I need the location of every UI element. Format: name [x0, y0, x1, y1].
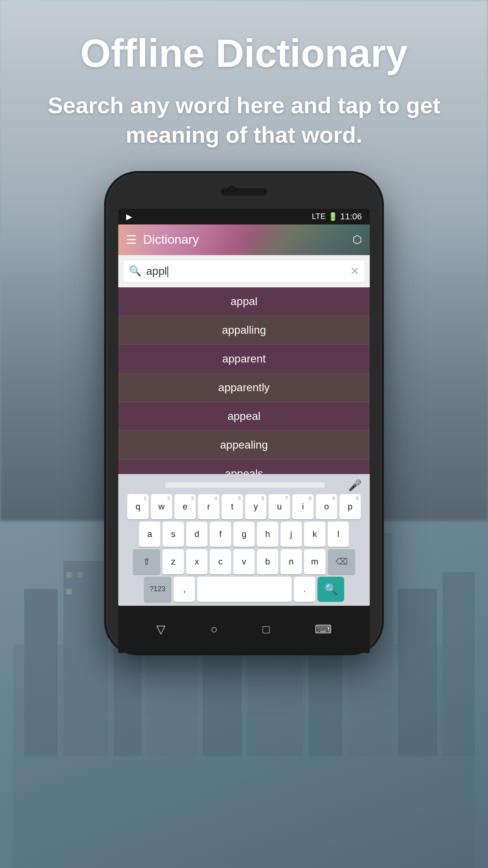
hero-section: Offline Dictionary Search any word here …: [0, 31, 488, 150]
key-w[interactable]: 2w: [151, 494, 172, 519]
key-v[interactable]: v: [233, 549, 255, 574]
phone-nav-bar: ▽ ○ □ ⌨: [118, 606, 370, 653]
key-s[interactable]: s: [163, 522, 184, 547]
key-b[interactable]: b: [257, 549, 278, 574]
back-button[interactable]: ▽: [156, 622, 165, 636]
search-keyboard-button[interactable]: 🔍: [317, 577, 344, 602]
key-x[interactable]: x: [186, 549, 207, 574]
key-y[interactable]: 6y: [245, 494, 266, 519]
key-c[interactable]: c: [210, 549, 231, 574]
key-u[interactable]: 7u: [269, 494, 290, 519]
key-e[interactable]: 3e: [174, 494, 196, 519]
text-cursor: [167, 266, 168, 277]
key-g[interactable]: g: [233, 522, 255, 547]
key-z[interactable]: z: [163, 549, 184, 574]
key-q[interactable]: 1q: [127, 494, 149, 519]
phone-speaker: [220, 188, 268, 195]
period-key[interactable]: .: [294, 577, 315, 602]
keyboard-switch-button[interactable]: ⌨: [315, 622, 332, 636]
suggestions-list: appal appalling apparent apparently appe…: [118, 287, 370, 488]
shift-key[interactable]: ⇧: [133, 549, 160, 574]
key-p[interactable]: 0p: [339, 494, 361, 519]
hero-title: Offline Dictionary: [24, 31, 464, 75]
content-wrapper: Offline Dictionary Search any word here …: [0, 0, 488, 868]
key-j[interactable]: j: [281, 522, 302, 547]
search-icon: 🔍: [129, 265, 141, 277]
status-right: LTE 🔋 11:06: [312, 211, 362, 222]
key-h[interactable]: h: [257, 522, 278, 547]
mic-icon[interactable]: 🎤: [348, 479, 362, 492]
keyboard: 🎤 1q 2w 3e 4r 5t 6y 7u 8i 9o 0p a: [118, 474, 370, 606]
recent-apps-button[interactable]: □: [262, 623, 270, 636]
keyboard-top-bar: 🎤: [120, 477, 368, 494]
key-a[interactable]: a: [139, 522, 160, 547]
key-k[interactable]: k: [304, 522, 325, 547]
keyboard-row-2: a s d f g h j k l: [120, 522, 368, 547]
keyboard-bottom-row: ?123 , . 🔍: [120, 577, 368, 602]
phone-screen: ▶ LTE 🔋 11:06 ☰ Dictionary ⬡ 🔍 appl ✕: [118, 209, 370, 606]
search-bar[interactable]: 🔍 appl ✕: [123, 260, 365, 283]
clear-button[interactable]: ✕: [350, 265, 359, 278]
suggestion-item[interactable]: appalling: [118, 316, 370, 345]
keyboard-row-3: ⇧ z x c v b n m ⌫: [120, 549, 368, 574]
home-button[interactable]: ○: [211, 623, 218, 636]
menu-icon[interactable]: ☰: [126, 233, 137, 246]
status-bar: ▶ LTE 🔋 11:06: [118, 209, 370, 224]
suggestion-item[interactable]: apparent: [118, 345, 370, 373]
key-r[interactable]: 4r: [198, 494, 219, 519]
symbols-key[interactable]: ?123: [144, 577, 171, 602]
signal-icon: LTE: [312, 212, 326, 221]
keyboard-spacer: [165, 482, 325, 488]
phone-mockup: ▶ LTE 🔋 11:06 ☰ Dictionary ⬡ 🔍 appl ✕: [106, 173, 382, 653]
status-play-icon: ▶: [126, 212, 132, 221]
key-i[interactable]: 8i: [292, 494, 314, 519]
key-l[interactable]: l: [328, 522, 349, 547]
status-time: 11:06: [340, 211, 362, 222]
share-icon[interactable]: ⬡: [352, 233, 362, 246]
search-input[interactable]: appl: [146, 265, 350, 278]
key-t[interactable]: 5t: [222, 494, 243, 519]
key-o[interactable]: 9o: [316, 494, 337, 519]
space-key[interactable]: [197, 577, 292, 602]
comma-key[interactable]: ,: [174, 577, 195, 602]
keyboard-row-1: 1q 2w 3e 4r 5t 6y 7u 8i 9o 0p: [120, 494, 368, 519]
suggestion-item[interactable]: appal: [118, 287, 370, 316]
hero-subtitle: Search any word here and tap to get mean…: [24, 90, 464, 150]
key-d[interactable]: d: [186, 522, 207, 547]
backspace-key[interactable]: ⌫: [328, 549, 355, 574]
app-title: Dictionary: [143, 232, 352, 247]
battery-icon: 🔋: [328, 212, 338, 221]
key-f[interactable]: f: [210, 522, 231, 547]
suggestion-item[interactable]: apparently: [118, 373, 370, 402]
app-header: ☰ Dictionary ⬡: [118, 224, 370, 255]
key-n[interactable]: n: [281, 549, 302, 574]
suggestion-item[interactable]: appeal: [118, 402, 370, 431]
suggestion-item[interactable]: appealing: [118, 431, 370, 460]
key-m[interactable]: m: [304, 549, 325, 574]
